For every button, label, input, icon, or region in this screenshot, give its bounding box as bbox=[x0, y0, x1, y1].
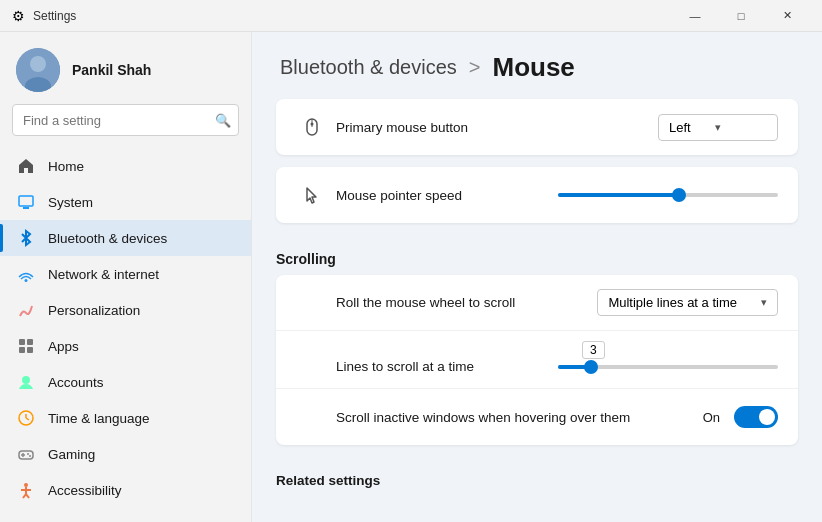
accounts-icon bbox=[16, 372, 36, 392]
roll-scroll-value: Multiple lines at a time bbox=[608, 295, 737, 310]
scroll-inactive-label: Scroll inactive windows when hovering ov… bbox=[336, 410, 703, 425]
mouse-icon bbox=[296, 116, 328, 138]
svg-point-10 bbox=[22, 376, 30, 384]
sidebar-label-network: Network & internet bbox=[48, 267, 159, 282]
roll-scroll-label: Roll the mouse wheel to scroll bbox=[336, 295, 597, 310]
svg-point-18 bbox=[29, 455, 31, 457]
sidebar-label-accounts: Accounts bbox=[48, 375, 104, 390]
gaming-icon bbox=[16, 444, 36, 464]
content-area: Bluetooth & devices > Mouse Primary mous… bbox=[252, 32, 822, 522]
sidebar: Pankil Shah 🔍 Home System bbox=[0, 32, 252, 522]
pointer-speed-label: Mouse pointer speed bbox=[336, 188, 542, 203]
network-icon bbox=[16, 264, 36, 284]
lines-scroll-row: Lines to scroll at a time 3 bbox=[276, 331, 798, 389]
close-button[interactable]: ✕ bbox=[764, 0, 810, 32]
user-profile[interactable]: Pankil Shah bbox=[0, 32, 251, 104]
lines-scroll-slider[interactable]: 3 bbox=[558, 365, 778, 369]
sidebar-item-accounts[interactable]: Accounts bbox=[0, 364, 251, 400]
apps-icon bbox=[16, 336, 36, 356]
scroll-inactive-row: Scroll inactive windows when hovering ov… bbox=[276, 389, 798, 445]
search-box: 🔍 bbox=[12, 104, 239, 136]
roll-scroll-control: Multiple lines at a time ▾ bbox=[597, 289, 778, 316]
minimize-button[interactable]: — bbox=[672, 0, 718, 32]
primary-button-row: Primary mouse button Left ▾ bbox=[276, 99, 798, 155]
search-input[interactable] bbox=[12, 104, 239, 136]
avatar bbox=[16, 48, 60, 92]
app-container: Pankil Shah 🔍 Home System bbox=[0, 32, 822, 522]
svg-line-13 bbox=[26, 418, 29, 420]
svg-rect-7 bbox=[27, 339, 33, 345]
search-icon: 🔍 bbox=[215, 113, 231, 128]
svg-point-1 bbox=[30, 56, 46, 72]
sidebar-item-home[interactable]: Home bbox=[0, 148, 251, 184]
svg-rect-9 bbox=[27, 347, 33, 353]
sidebar-label-gaming: Gaming bbox=[48, 447, 95, 462]
slider-fill bbox=[558, 193, 679, 197]
svg-point-19 bbox=[24, 483, 28, 487]
scrolling-header: Scrolling bbox=[252, 235, 822, 275]
titlebar-icon: ⚙ bbox=[12, 8, 25, 24]
primary-button-card: Primary mouse button Left ▾ bbox=[276, 99, 798, 155]
chevron-down-icon: ▾ bbox=[761, 296, 767, 309]
svg-point-17 bbox=[27, 453, 29, 455]
pointer-icon bbox=[296, 185, 328, 205]
user-name: Pankil Shah bbox=[72, 62, 151, 78]
svg-rect-3 bbox=[19, 196, 33, 206]
system-icon bbox=[16, 192, 36, 212]
slider-track-lines bbox=[558, 365, 778, 369]
sidebar-label-time: Time & language bbox=[48, 411, 150, 426]
pointer-speed-card: Mouse pointer speed bbox=[276, 167, 798, 223]
scrolling-card: Roll the mouse wheel to scroll Multiple … bbox=[276, 275, 798, 445]
sidebar-label-accessibility: Accessibility bbox=[48, 483, 122, 498]
slider-thumb-lines bbox=[584, 360, 598, 374]
roll-scroll-dropdown[interactable]: Multiple lines at a time ▾ bbox=[597, 289, 778, 316]
home-icon bbox=[16, 156, 36, 176]
titlebar-controls: — □ ✕ bbox=[672, 0, 810, 32]
sidebar-item-bluetooth[interactable]: Bluetooth & devices bbox=[0, 220, 251, 256]
titlebar: ⚙ Settings — □ ✕ bbox=[0, 0, 822, 32]
svg-rect-4 bbox=[23, 207, 29, 209]
breadcrumb-separator: > bbox=[469, 56, 481, 79]
primary-button-value: Left bbox=[669, 120, 691, 135]
titlebar-title: Settings bbox=[33, 9, 672, 23]
sidebar-label-home: Home bbox=[48, 159, 84, 174]
primary-button-dropdown[interactable]: Left ▾ bbox=[658, 114, 778, 141]
page-header: Bluetooth & devices > Mouse bbox=[252, 32, 822, 99]
toggle-on-label: On bbox=[703, 410, 720, 425]
nav-list: Home System Bluetooth & devices bbox=[0, 144, 251, 512]
slider-thumb bbox=[672, 188, 686, 202]
sidebar-label-personalization: Personalization bbox=[48, 303, 140, 318]
sidebar-item-accessibility[interactable]: Accessibility bbox=[0, 472, 251, 508]
scroll-value-badge: 3 bbox=[582, 341, 605, 359]
pointer-speed-slider[interactable] bbox=[558, 193, 778, 197]
related-settings-header: Related settings bbox=[252, 457, 822, 496]
sidebar-item-network[interactable]: Network & internet bbox=[0, 256, 251, 292]
svg-line-23 bbox=[26, 494, 29, 498]
scroll-inactive-control: On bbox=[703, 406, 778, 428]
lines-scroll-label: Lines to scroll at a time bbox=[336, 359, 542, 374]
roll-scroll-row: Roll the mouse wheel to scroll Multiple … bbox=[276, 275, 798, 331]
maximize-button[interactable]: □ bbox=[718, 0, 764, 32]
breadcrumb[interactable]: Bluetooth & devices bbox=[280, 56, 457, 79]
sidebar-label-bluetooth: Bluetooth & devices bbox=[48, 231, 167, 246]
toggle-thumb bbox=[759, 409, 775, 425]
sidebar-item-system[interactable]: System bbox=[0, 184, 251, 220]
sidebar-item-gaming[interactable]: Gaming bbox=[0, 436, 251, 472]
personalization-icon bbox=[16, 300, 36, 320]
scroll-inactive-toggle[interactable] bbox=[734, 406, 778, 428]
sidebar-item-time[interactable]: Time & language bbox=[0, 400, 251, 436]
sidebar-item-apps[interactable]: Apps bbox=[0, 328, 251, 364]
sidebar-label-system: System bbox=[48, 195, 93, 210]
sidebar-label-apps: Apps bbox=[48, 339, 79, 354]
svg-point-26 bbox=[311, 123, 314, 126]
svg-rect-6 bbox=[19, 339, 25, 345]
bluetooth-icon bbox=[16, 228, 36, 248]
time-icon bbox=[16, 408, 36, 428]
svg-rect-8 bbox=[19, 347, 25, 353]
primary-button-control: Left ▾ bbox=[658, 114, 778, 141]
chevron-down-icon: ▾ bbox=[715, 121, 721, 134]
sidebar-item-personalization[interactable]: Personalization bbox=[0, 292, 251, 328]
pointer-speed-row: Mouse pointer speed bbox=[276, 167, 798, 223]
primary-button-label: Primary mouse button bbox=[336, 120, 658, 135]
page-title: Mouse bbox=[492, 52, 574, 83]
